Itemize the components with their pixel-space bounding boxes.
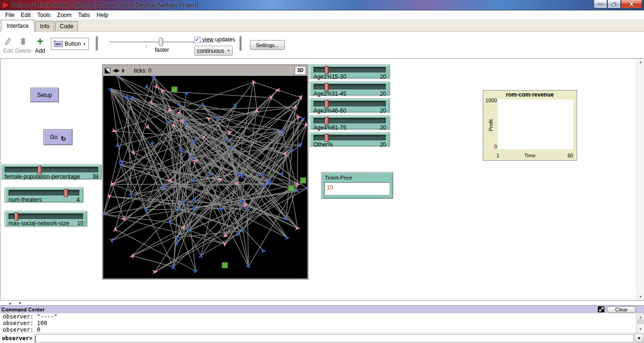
settings-label: Settings... — [256, 42, 279, 48]
slider-name: Other% — [314, 141, 333, 148]
slider-name: Age1%15-30 — [314, 74, 346, 80]
update-mode-value: continuous — [197, 48, 224, 54]
view-3d-button[interactable]: 3D — [295, 66, 306, 75]
command-center-splitter[interactable]: ▲▼ — [0, 300, 644, 305]
chevron-down-icon: ▼ — [637, 336, 641, 341]
interface-canvas: Setup Go ↻ female-population-percentage … — [0, 59, 644, 300]
slider-value: 20 — [380, 90, 386, 97]
plus-icon: + — [37, 37, 43, 46]
close-button[interactable]: X — [621, 0, 642, 8]
slider-value: 4 — [76, 196, 80, 203]
agent-type-dropdown[interactable]: ▼ — [635, 334, 644, 343]
speed-slider-handle[interactable] — [159, 38, 163, 46]
menu-help[interactable]: Help — [93, 11, 112, 19]
slider-name: Age3%46-60 — [314, 107, 346, 114]
plot-y-axis-label: Profit — [488, 111, 494, 139]
slider-name: max-social-network-size — [8, 220, 69, 227]
slider-handle[interactable] — [325, 66, 329, 74]
slider-handle[interactable] — [37, 166, 41, 174]
menu-file[interactable]: File — [2, 11, 17, 19]
slider-age3[interactable]: Age3%46-60 20 — [310, 98, 390, 113]
slider-value: 38 — [92, 173, 99, 180]
world-view[interactable]: ◀▶ ▲▼ ticks: 0 3D — [102, 65, 308, 279]
forever-icon: ↻ — [61, 135, 66, 142]
add-widget-button[interactable]: + Add — [32, 35, 48, 54]
update-mode-dropdown[interactable]: continuous ▼ — [194, 46, 233, 56]
minimize-button[interactable] — [594, 0, 607, 8]
menu-tabs[interactable]: Tabs — [75, 11, 93, 19]
title-bar[interactable]: Project 6 Movie Model - NetLogo {C:\User… — [0, 0, 644, 10]
slider-age1[interactable]: Age1%15-30 20 — [310, 65, 390, 79]
netlogo-logo-icon — [3, 2, 9, 8]
menu-edit[interactable]: Edit — [17, 11, 34, 19]
minimize-icon — [598, 3, 603, 5]
command-center-prompt-row: observer> ▼ — [0, 333, 644, 343]
netlogo-window: Project 6 Movie Model - NetLogo {C:\User… — [0, 0, 644, 343]
slider-handle[interactable] — [325, 83, 329, 91]
slider-max-social-network-size[interactable]: max-social-network-size 10 — [5, 211, 87, 227]
trash-icon — [15, 35, 31, 48]
plot-y-min: 0 — [485, 144, 497, 149]
tab-bar: Interface Info Code — [0, 20, 644, 32]
slider-handle[interactable] — [64, 189, 68, 197]
command-center-header: Command Center Clear — [0, 305, 644, 313]
toolbar-separator — [239, 36, 242, 50]
slider-value: 20 — [380, 141, 386, 148]
tab-interface[interactable]: Interface — [1, 20, 34, 32]
slider-female-population-percentage[interactable]: female-population-percentage 38 — [1, 164, 102, 180]
edit-label: Edit — [0, 48, 16, 54]
checkbox-checked-icon[interactable]: ✓ — [194, 37, 200, 43]
expand-icon[interactable] — [598, 306, 604, 312]
delete-widget-button[interactable]: Delete — [15, 35, 31, 54]
command-input[interactable] — [34, 334, 634, 343]
vertical-arrows-icon: ▲▼ — [121, 68, 125, 73]
plot-title: rom-com-revenue — [483, 91, 577, 98]
plot-x-max: 60 — [568, 153, 573, 158]
toolbar-separator — [96, 36, 98, 50]
window-controls: X — [594, 0, 642, 8]
splitter-arrows-icon[interactable]: ▲▼ — [8, 302, 22, 305]
tab-info[interactable]: Info — [35, 21, 54, 31]
go-button-label: Go — [50, 134, 58, 140]
ticket-price-input[interactable]: 10 — [324, 182, 390, 195]
interface-scrollbar[interactable]: ▲ ▼ — [636, 59, 644, 300]
edit-widget-button[interactable]: Edit — [0, 35, 16, 54]
menu-zoom[interactable]: Zoom — [54, 11, 75, 19]
scroll-up-icon[interactable]: ▲ — [637, 59, 644, 65]
output-line: observer: 0 — [3, 327, 643, 333]
restore-button[interactable] — [607, 0, 621, 8]
plot-y-max: 1000 — [485, 98, 497, 103]
command-center-title: Command Center — [1, 307, 45, 312]
slider-value: 20 — [380, 124, 386, 131]
slider-handle[interactable] — [325, 117, 329, 125]
setup-button[interactable]: Setup — [30, 88, 59, 102]
clear-button[interactable]: Clear — [607, 306, 636, 313]
command-center-output[interactable]: observer: "----" observer: 100 observer:… — [0, 313, 644, 333]
slider-handle[interactable] — [14, 212, 18, 220]
window-title: Project 6 Movie Model - NetLogo {C:\User… — [12, 2, 198, 8]
close-icon: X — [629, 1, 633, 7]
output-scrollbar[interactable]: ▲ ▼ — [636, 313, 644, 333]
view-world[interactable] — [103, 76, 307, 278]
pencil-icon — [0, 35, 16, 48]
widget-type-select[interactable]: abc Button ▼ — [51, 38, 89, 50]
scroll-down-icon[interactable]: ▼ — [637, 326, 644, 333]
go-button[interactable]: Go ↻ — [43, 129, 73, 145]
menu-tools[interactable]: Tools — [34, 11, 54, 19]
slider-age4[interactable]: Age4%61-75 20 — [310, 115, 390, 130]
slider-num-theaters[interactable]: num-theaters 4 — [5, 188, 83, 203]
setup-button-label: Setup — [37, 92, 52, 98]
slider-handle[interactable] — [325, 134, 329, 142]
view-updates-control[interactable]: ✓ view updates — [194, 36, 235, 43]
slider-name: female-population-percentage — [5, 173, 80, 180]
interface-toolbar: Edit Delete + Add abc Button ▼ faster ✓ — [0, 32, 644, 59]
settings-button[interactable]: Settings... — [250, 40, 285, 50]
slider-handle[interactable] — [325, 100, 329, 108]
slider-other[interactable]: Other% 20 — [310, 132, 390, 147]
scroll-down-icon[interactable]: ▼ — [637, 294, 644, 300]
add-label: Add — [32, 48, 48, 54]
scrollbar-thumb[interactable] — [637, 319, 644, 324]
tab-code[interactable]: Code — [55, 21, 78, 31]
rom-com-revenue-plot: rom-com-revenue 1000 Profit 0 1 Time 60 — [483, 90, 577, 161]
slider-age2[interactable]: Age2%31-45 20 — [310, 82, 390, 96]
